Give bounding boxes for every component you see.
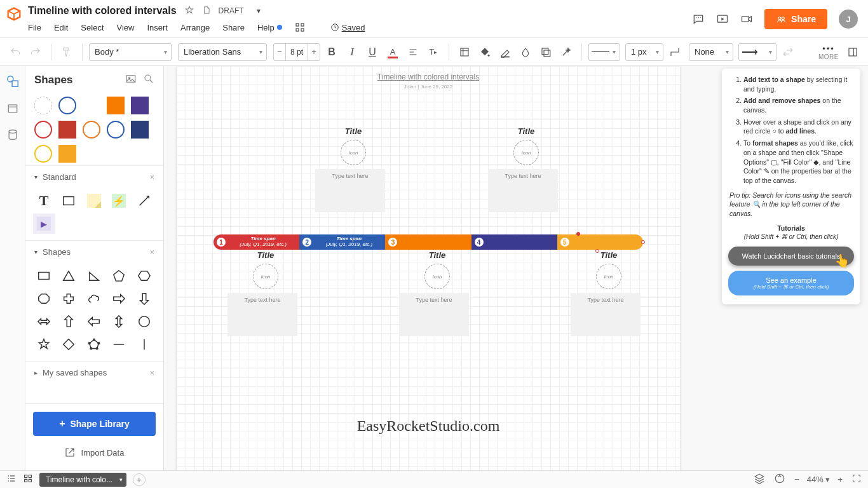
close-icon[interactable]: × <box>149 368 154 377</box>
fill-color-button[interactable] <box>476 43 494 61</box>
align-button[interactable] <box>404 43 422 61</box>
section-shapes[interactable]: ▾Shapes× <box>25 240 163 263</box>
line-end-select[interactable]: ⟶ <box>738 43 776 61</box>
font-size-decrease[interactable]: − <box>274 44 285 60</box>
arrow-line-shape[interactable] <box>133 191 155 211</box>
octagon-shape[interactable] <box>33 288 55 309</box>
shadow-button[interactable] <box>537 43 555 61</box>
timeline-segment-3[interactable]: 3 <box>385 234 471 250</box>
line-path-button[interactable] <box>666 43 684 61</box>
swatch-orange-circle[interactable] <box>83 121 100 139</box>
shapes-rail-icon[interactable] <box>5 74 20 89</box>
timeline-segment-5[interactable]: 5 <box>557 234 643 250</box>
line-h-shape[interactable] <box>108 334 130 355</box>
shape-library-button[interactable]: +Shape Library <box>33 412 156 436</box>
cloud-shape[interactable] <box>83 288 105 309</box>
opacity-button[interactable] <box>517 43 534 61</box>
section-saved-shapes[interactable]: ▸My saved shapes× <box>25 361 163 384</box>
swatch-yellow-circle[interactable] <box>34 145 52 163</box>
reverse-line-button[interactable] <box>779 43 797 61</box>
note-shape[interactable] <box>83 191 105 211</box>
swatch-blue-circle[interactable] <box>58 97 76 114</box>
pentagon-shape[interactable] <box>108 266 130 286</box>
present-icon[interactable] <box>716 13 729 25</box>
timeline-bar[interactable]: 1Time span(July, Q1, 2019, etc.) 2Time s… <box>214 234 643 250</box>
image-icon[interactable] <box>125 73 137 88</box>
rectangle-shape[interactable] <box>33 266 55 286</box>
double-v-arrow-shape[interactable] <box>108 311 130 332</box>
list-view-icon[interactable] <box>6 473 17 485</box>
triangle-shape[interactable] <box>58 266 79 286</box>
timeline-block-bottom-3[interactable]: Title Icon Type text here <box>571 250 647 336</box>
zoom-in-button[interactable]: + <box>837 475 843 484</box>
menu-arrange[interactable]: Arrange <box>180 23 210 32</box>
video-icon[interactable] <box>740 13 753 25</box>
bold-button[interactable]: B <box>323 43 341 61</box>
text-options-button[interactable]: T▸ <box>424 43 442 61</box>
line-style-select[interactable] <box>588 43 620 61</box>
font-family-select[interactable]: Liberation Sans <box>178 43 267 61</box>
text-color-button[interactable]: A <box>384 43 402 61</box>
menu-help[interactable]: Help <box>257 23 282 32</box>
redo-button[interactable] <box>27 43 44 61</box>
swatch-red[interactable] <box>58 121 76 139</box>
comment-icon[interactable] <box>692 13 705 25</box>
swatch-yellow[interactable] <box>58 145 76 163</box>
status-dropdown[interactable]: DRAFT▾ <box>219 6 261 15</box>
swatch-dashed-circle[interactable] <box>34 97 52 114</box>
timeline-block-top-1[interactable]: Title Icon Type text here <box>315 126 391 212</box>
add-page-button[interactable]: + <box>133 473 146 486</box>
avatar[interactable]: J <box>839 10 858 29</box>
double-h-arrow-shape[interactable] <box>33 311 55 332</box>
swatch-empty[interactable] <box>83 97 100 114</box>
line-width-select[interactable]: 1 px <box>625 43 663 61</box>
left-arrow-shape[interactable] <box>83 311 105 332</box>
star-shape[interactable] <box>33 334 55 355</box>
menu-select[interactable]: Select <box>81 23 104 32</box>
line-v-shape[interactable] <box>133 334 155 355</box>
canvas-area[interactable]: Timeline with colored intervals Jolan | … <box>164 66 868 470</box>
close-icon[interactable]: × <box>149 172 154 182</box>
timeline-block-top-2[interactable]: Title Icon Type text here <box>488 126 564 212</box>
down-arrow-shape[interactable] <box>133 288 155 309</box>
bolt-shape[interactable]: ⚡ <box>108 191 130 211</box>
timeline-segment-4[interactable]: 4 <box>471 234 557 250</box>
font-size-increase[interactable]: + <box>308 44 320 60</box>
fullscreen-icon[interactable] <box>851 473 862 485</box>
menu-insert[interactable]: Insert <box>147 23 168 32</box>
canvas-page[interactable]: Timeline with colored intervals Jolan | … <box>177 66 680 470</box>
undo-button[interactable] <box>6 43 24 61</box>
up-arrow-shape[interactable] <box>58 311 79 332</box>
star-icon[interactable] <box>184 5 194 17</box>
swatch-red-circle[interactable] <box>34 121 52 139</box>
app-logo[interactable] <box>0 0 28 38</box>
saved-status[interactable]: Saved <box>330 23 365 32</box>
font-size-value[interactable]: 8 pt <box>285 44 308 60</box>
see-example-button[interactable]: See an example(Hold Shift + ⌘ or Ctrl, t… <box>728 271 854 295</box>
data-rail-icon[interactable] <box>5 127 20 142</box>
timeline-block-bottom-1[interactable]: Title Icon Type text here <box>227 250 304 336</box>
circle-shape[interactable] <box>133 311 155 332</box>
block-shape[interactable] <box>58 191 79 211</box>
apps-icon[interactable] <box>295 22 305 32</box>
shape-options-button[interactable] <box>456 43 473 61</box>
document-title[interactable]: Timeline with colored intervals <box>28 5 177 17</box>
line-color-button[interactable] <box>496 43 514 61</box>
zoom-out-button[interactable]: − <box>794 475 799 484</box>
swatch-navy[interactable] <box>131 121 149 139</box>
diamond-shape[interactable] <box>58 334 79 355</box>
hexagon-shape[interactable] <box>133 266 155 286</box>
document-icon[interactable] <box>202 5 211 17</box>
line-start-select[interactable]: None <box>689 43 733 61</box>
text-style-select[interactable]: Body * <box>89 43 172 61</box>
right-arrow-shape[interactable] <box>108 288 130 309</box>
more-button[interactable]: ••• MORE <box>818 44 839 60</box>
page-tab[interactable]: Timeline with colo... <box>39 473 126 487</box>
watch-tutorials-button[interactable]: Watch Lucidchart basic tutorials👆 <box>728 247 854 266</box>
format-painter-icon[interactable] <box>58 43 76 61</box>
import-data-button[interactable]: Import Data <box>33 442 156 463</box>
panel-toggle-icon[interactable] <box>844 43 862 61</box>
swatch-orange[interactable] <box>107 97 125 114</box>
close-icon[interactable]: × <box>149 247 154 257</box>
text-shape[interactable]: T <box>33 191 55 211</box>
